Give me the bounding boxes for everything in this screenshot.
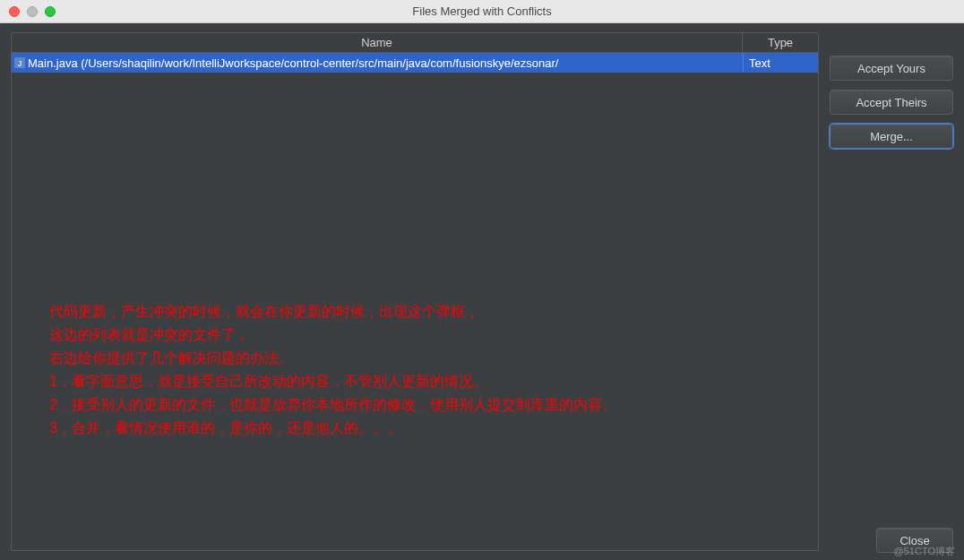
- annotation-line: 1，看字面意思，就是接受自己所改动的内容，不管别人更新的情况。: [49, 370, 616, 393]
- window-titlebar: Files Merged with Conflicts: [0, 0, 964, 23]
- left-column: Name Type J Main.java (/Users/shaqilin/w…: [11, 32, 819, 551]
- right-column: Accept Yours Accept Theirs Merge...: [830, 32, 953, 551]
- window-controls: [0, 6, 56, 17]
- table-header: Name Type: [12, 33, 818, 53]
- close-button[interactable]: Close: [876, 528, 953, 553]
- dialog-content: Name Type J Main.java (/Users/shaqilin/w…: [0, 23, 964, 560]
- table-row[interactable]: J Main.java (/Users/shaqilin/work/Intell…: [12, 53, 818, 73]
- conflicts-table[interactable]: Name Type J Main.java (/Users/shaqilin/w…: [11, 32, 819, 551]
- accept-theirs-button[interactable]: Accept Theirs: [830, 90, 953, 115]
- file-name-cell: Main.java (/Users/shaqilin/work/IntelliJ…: [28, 56, 743, 70]
- merge-button[interactable]: Merge...: [830, 124, 953, 149]
- svg-text:J: J: [18, 59, 22, 68]
- annotation-line: 右边给你提供了几个解决问题的办法。: [49, 347, 616, 370]
- annotation-line: 3，合并，看情况使用谁的，是你的，还是他人的。。。: [49, 417, 616, 440]
- annotation-line: 2，接受别人的更新的文件，也就是放弃你本地所作的修改，使用别人提交到库里的内容。: [49, 393, 616, 417]
- column-header-name[interactable]: Name: [12, 33, 743, 52]
- accept-yours-button[interactable]: Accept Yours: [830, 56, 953, 81]
- annotation-line: 这边的列表就是冲突的文件了，: [49, 323, 616, 347]
- annotation-line: 代码更新，产生冲突的时候，就会在你更新的时候，出现这个弹框，: [49, 300, 616, 323]
- annotation-text: 代码更新，产生冲突的时候，就会在你更新的时候，出现这个弹框， 这边的列表就是冲突…: [49, 300, 616, 440]
- window-maximize-button[interactable]: [45, 6, 56, 17]
- window-minimize-button[interactable]: [27, 6, 38, 17]
- dialog-footer: Close: [876, 528, 953, 553]
- window-close-button[interactable]: [9, 6, 20, 17]
- window-title: Files Merged with Conflicts: [0, 4, 964, 18]
- file-type-cell: Text: [743, 53, 818, 73]
- java-file-icon: J: [12, 56, 28, 69]
- column-header-type[interactable]: Type: [743, 33, 818, 52]
